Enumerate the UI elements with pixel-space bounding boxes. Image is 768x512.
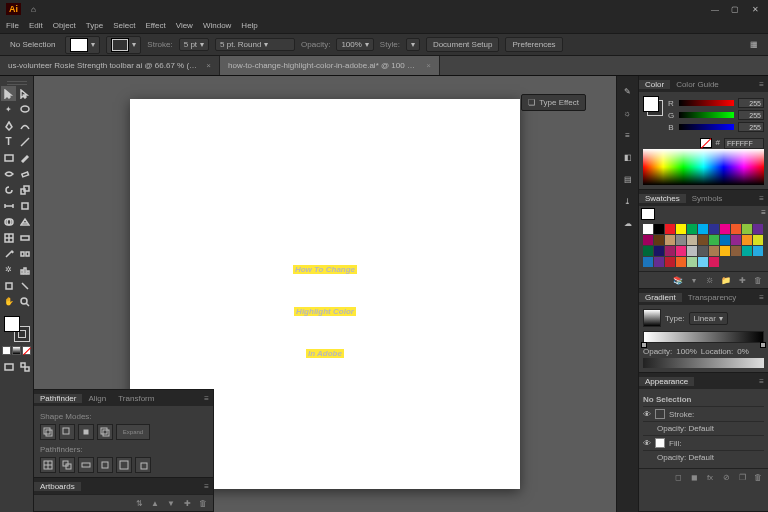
minus-back-button[interactable] [135,457,151,473]
swatch[interactable] [753,246,763,256]
hex-input[interactable] [724,138,764,149]
tab-pathfinder[interactable]: Pathfinder [34,394,82,403]
panel-menu-icon[interactable]: ≡ [753,80,768,89]
fill-chip[interactable] [655,438,665,448]
swatch-options-icon[interactable]: ⛭ [704,274,716,286]
slice-tool[interactable] [17,278,32,293]
hand-tool[interactable]: ✋ [1,294,16,309]
swatch[interactable] [742,246,752,256]
width-tool[interactable] [1,198,16,213]
gradient-type[interactable]: Linear ▾ [689,312,728,325]
blend-tool[interactable] [17,246,32,261]
merge-button[interactable] [78,457,94,473]
swatch[interactable] [643,257,653,267]
swatch[interactable] [709,246,719,256]
trim-button[interactable] [59,457,75,473]
trash-icon[interactable]: 🗑 [752,471,764,483]
rearrange-icon[interactable]: ⇅ [133,497,145,509]
swatch[interactable] [687,224,697,234]
scale-tool[interactable] [17,182,32,197]
r-slider[interactable] [679,100,734,106]
panel-menu-icon[interactable]: ≡ [198,482,213,491]
tab-artboards[interactable]: Artboards [34,482,81,491]
exclude-button[interactable] [97,424,113,440]
swatch[interactable] [654,235,664,245]
gradient-stop[interactable] [641,342,647,348]
add-fill-icon[interactable]: ◼ [688,471,700,483]
type-tool[interactable]: T [1,134,16,149]
stroke-weight[interactable]: 5 pt ▾ [179,38,209,51]
symbols-icon[interactable]: ☼ [621,106,635,120]
fill-stroke-indicator[interactable] [4,316,30,342]
tab-transparency[interactable]: Transparency [682,293,743,302]
swatch[interactable] [698,257,708,267]
selection-tool[interactable] [1,86,16,101]
stroke-chip[interactable] [655,409,665,419]
new-artboard-icon[interactable]: ✚ [181,497,193,509]
swatch[interactable] [687,235,697,245]
swatch[interactable] [709,224,719,234]
tab-color-guide[interactable]: Color Guide [670,80,725,89]
rectangle-tool[interactable] [1,150,16,165]
swatch[interactable] [731,246,741,256]
stroke-panel-icon[interactable]: ≡ [621,128,635,142]
graphic-styles-icon[interactable]: ◧ [621,150,635,164]
document-tab[interactable]: how-to-change-highlight-color-in-adobe.a… [220,56,440,75]
fill-color[interactable] [4,316,20,332]
swatch[interactable] [676,224,686,234]
gradient-tool[interactable] [17,230,32,245]
intersect-button[interactable] [78,424,94,440]
artboard-tool[interactable] [1,278,16,293]
mesh-tool[interactable] [1,230,16,245]
new-swatch-icon[interactable]: ✚ [736,274,748,286]
menu-edit[interactable]: Edit [29,21,43,30]
tab-transform[interactable]: Transform [112,394,160,403]
swatch[interactable] [720,246,730,256]
panel-menu-icon[interactable]: ≡ [753,293,768,302]
eraser-tool[interactable] [17,166,32,181]
menu-object[interactable]: Object [53,21,76,30]
tab-swatches[interactable]: Swatches [639,194,686,203]
opacity-row[interactable]: Opacity: Default [657,453,714,462]
color-mode-gradient[interactable] [12,346,21,355]
clear-icon[interactable]: ⊘ [720,471,732,483]
stroke-swatch[interactable]: ▾ [106,36,141,54]
color-spectrum[interactable] [643,149,764,185]
swatch[interactable] [709,257,719,267]
eye-icon[interactable]: 👁 [643,439,651,448]
swatch[interactable] [676,235,686,245]
zoom-tool[interactable] [17,294,32,309]
new-group-icon[interactable]: 📁 [720,274,732,286]
close-button[interactable]: ✕ [748,4,762,14]
g-value[interactable] [738,110,764,120]
minimize-button[interactable]: — [708,4,722,14]
color-mode-solid[interactable] [2,346,11,355]
opacity-row[interactable]: Opacity: Default [657,424,714,433]
trash-icon[interactable]: 🗑 [197,497,209,509]
grad-location[interactable]: 0% [737,347,749,356]
none-swatch[interactable] [700,138,712,148]
preferences-button[interactable]: Preferences [505,37,562,52]
swatch[interactable] [698,235,708,245]
stroke-row[interactable]: Stroke: [669,410,694,419]
menu-view[interactable]: View [176,21,193,30]
swatch[interactable] [676,257,686,267]
tab-appearance[interactable]: Appearance [639,377,694,386]
menu-effect[interactable]: Effect [145,21,165,30]
swatch[interactable] [731,224,741,234]
trash-icon[interactable]: 🗑 [752,274,764,286]
pen-tool[interactable] [1,118,16,133]
swatch[interactable] [654,246,664,256]
swatch[interactable] [665,257,675,267]
screen-mode-toggle[interactable] [17,359,32,374]
unite-button[interactable] [40,424,56,440]
divide-button[interactable] [40,457,56,473]
swatch[interactable] [643,246,653,256]
tab-color[interactable]: Color [639,80,670,89]
gradient-preview[interactable] [643,309,661,327]
line-tool[interactable] [17,134,32,149]
arrange-docs-icon[interactable]: ▦ [746,39,762,50]
swatch[interactable] [654,257,664,267]
move-down-icon[interactable]: ▼ [165,497,177,509]
layers-icon[interactable]: ▤ [621,172,635,186]
